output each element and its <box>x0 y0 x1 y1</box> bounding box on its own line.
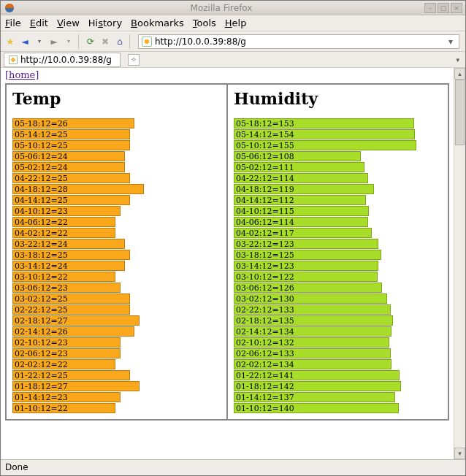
bar-row: 03-18:12=125 <box>234 250 381 260</box>
minimize-button[interactable]: – <box>424 3 436 13</box>
menu-history[interactable]: History <box>88 18 122 28</box>
bar-row: 05-10:12=155 <box>234 140 416 150</box>
bookmark-star-icon[interactable]: ★ <box>4 35 17 48</box>
nav-toolbar: ★ ◄ ▾ ► ▾ ⟳ ✖ ⌂ http://10.0.0.39:88/g ▾ <box>1 31 465 52</box>
bar-row: 03-14:12=123 <box>234 261 378 271</box>
window-title: Mozilla Firefox <box>18 3 424 13</box>
bar-row: 05-10:12=25 <box>12 140 130 150</box>
bar-row: 01-10:12=140 <box>234 403 399 413</box>
bar-row: 05-02:12=111 <box>234 162 364 172</box>
bar-row: 04-18:12=119 <box>234 184 374 194</box>
back-button[interactable]: ◄ <box>18 35 31 48</box>
bar-row: 01-22:12=25 <box>12 370 130 380</box>
bar-row: 05-14:12=154 <box>234 129 415 139</box>
forward-dropdown[interactable]: ▾ <box>62 35 75 48</box>
temp-heading: Temp <box>12 89 221 108</box>
bar-row: 02-18:12=27 <box>12 315 140 326</box>
bar-row: 05-06:12=24 <box>12 151 125 161</box>
bar-row: 04-14:12=112 <box>234 195 366 205</box>
url-input[interactable]: http://10.0.0.39:88/g ▾ <box>138 34 459 49</box>
url-dropdown-icon[interactable]: ▾ <box>446 37 456 47</box>
titlebar: Mozilla Firefox – □ × <box>1 1 465 15</box>
bar-row: 04-06:12=22 <box>12 217 115 227</box>
bar-row: 02-02:12=134 <box>234 359 391 369</box>
bar-row: 02-06:12=133 <box>234 348 391 358</box>
bar-row: 03-22:12=24 <box>12 239 125 249</box>
favicon-icon <box>142 37 152 47</box>
humidity-bars: 05-18:12=15305-14:12=15405-10:12=15505-0… <box>234 118 442 413</box>
bar-row: 02-18:12=135 <box>234 315 393 326</box>
temp-bars: 05-18:12=2605-14:12=2505-10:12=2505-06:1… <box>12 118 221 413</box>
menu-tools[interactable]: Tools <box>193 18 216 28</box>
menu-help[interactable]: Help <box>225 18 247 28</box>
bar-row: 03-22:12=123 <box>234 239 378 249</box>
bar-row: 03-10:12=122 <box>234 272 378 282</box>
status-text: Done <box>5 462 28 472</box>
vertical-scrollbar[interactable]: ▴ ▾ <box>454 68 465 459</box>
bar-row: 04-02:12=22 <box>12 228 115 238</box>
bar-row: 02-14:12=26 <box>12 326 134 337</box>
reload-button[interactable]: ⟳ <box>84 35 97 48</box>
bar-row: 01-18:12=27 <box>12 381 140 391</box>
bar-row: 02-22:12=133 <box>234 304 391 315</box>
menubar: File Edit View History Bookmarks Tools H… <box>1 15 465 31</box>
bar-row: 03-18:12=25 <box>12 250 130 260</box>
favicon-icon <box>9 55 18 64</box>
scroll-up-button[interactable]: ▴ <box>454 68 465 80</box>
home-link[interactable]: [home] <box>5 69 39 80</box>
tabbar: http://10.0.0.39:88/g ✧ ▾ <box>1 52 465 68</box>
bar-row: 05-18:12=153 <box>234 118 414 128</box>
bar-row: 01-14:12=23 <box>12 392 121 402</box>
scroll-thumb[interactable] <box>455 80 465 145</box>
bar-row: 05-18:12=26 <box>12 118 134 128</box>
bar-row: 05-06:12=108 <box>234 151 361 161</box>
tab-spacer: ✧ <box>123 53 450 67</box>
bar-row: 04-10:12=115 <box>234 206 369 216</box>
tab-active[interactable]: http://10.0.0.39:88/g <box>4 53 121 67</box>
bar-row: 03-06:12=126 <box>234 283 382 293</box>
bar-row: 02-02:12=22 <box>12 359 115 369</box>
bar-row: 04-02:12=117 <box>234 228 372 238</box>
panels: Temp 05-18:12=2605-14:12=2505-10:12=2505… <box>5 83 449 421</box>
menu-file[interactable]: File <box>5 18 21 28</box>
home-button[interactable]: ⌂ <box>113 35 126 48</box>
bar-row: 03-02:12=130 <box>234 293 387 304</box>
bar-row: 03-14:12=24 <box>12 261 125 271</box>
tab-label: http://10.0.0.39:88/g <box>20 55 112 65</box>
maximize-button[interactable]: □ <box>438 3 449 13</box>
bar-row: 01-10:12=22 <box>12 403 115 413</box>
bar-row: 04-10:12=23 <box>12 206 121 216</box>
stop-button[interactable]: ✖ <box>99 35 112 48</box>
bar-row: 02-10:12=23 <box>12 337 121 348</box>
forward-button[interactable]: ► <box>47 35 61 48</box>
bar-row: 01-18:12=142 <box>234 381 401 391</box>
humidity-panel: Humidity 05-18:12=15305-14:12=15405-10:1… <box>227 84 448 420</box>
bar-row: 02-10:12=132 <box>234 337 389 348</box>
bar-row: 02-14:12=134 <box>234 326 391 337</box>
bar-row: 03-06:12=23 <box>12 283 121 293</box>
scroll-down-button[interactable]: ▾ <box>454 448 465 459</box>
menu-bookmarks[interactable]: Bookmarks <box>131 18 184 28</box>
back-dropdown[interactable]: ▾ <box>33 35 46 48</box>
bar-row: 04-06:12=114 <box>234 217 368 227</box>
bar-row: 05-02:12=24 <box>12 162 125 172</box>
bar-row: 04-14:12=25 <box>12 195 130 205</box>
menu-edit[interactable]: Edit <box>30 18 48 28</box>
bar-row: 01-14:12=137 <box>234 392 395 402</box>
firefox-icon <box>4 2 15 14</box>
bar-row: 05-14:12=25 <box>12 129 130 139</box>
new-tab-button[interactable]: ✧ <box>128 54 140 66</box>
close-button[interactable]: × <box>451 3 462 13</box>
humidity-heading: Humidity <box>234 89 442 108</box>
statusbar: Done <box>1 459 465 474</box>
bar-row: 04-22:12=114 <box>234 173 368 183</box>
bar-row: 03-10:12=22 <box>12 272 115 282</box>
menu-view[interactable]: View <box>57 18 80 28</box>
tabs-dropdown-icon[interactable]: ▾ <box>453 56 462 64</box>
bar-row: 04-18:12=28 <box>12 184 144 194</box>
bar-row: 02-22:12=25 <box>12 304 130 315</box>
bar-row: 01-22:12=141 <box>234 370 400 380</box>
page-content: [home] Temp 05-18:12=2605-14:12=2505-10:… <box>1 68 454 459</box>
temp-panel: Temp 05-18:12=2605-14:12=2505-10:12=2505… <box>6 84 227 420</box>
bar-row: 04-22:12=25 <box>12 173 130 183</box>
